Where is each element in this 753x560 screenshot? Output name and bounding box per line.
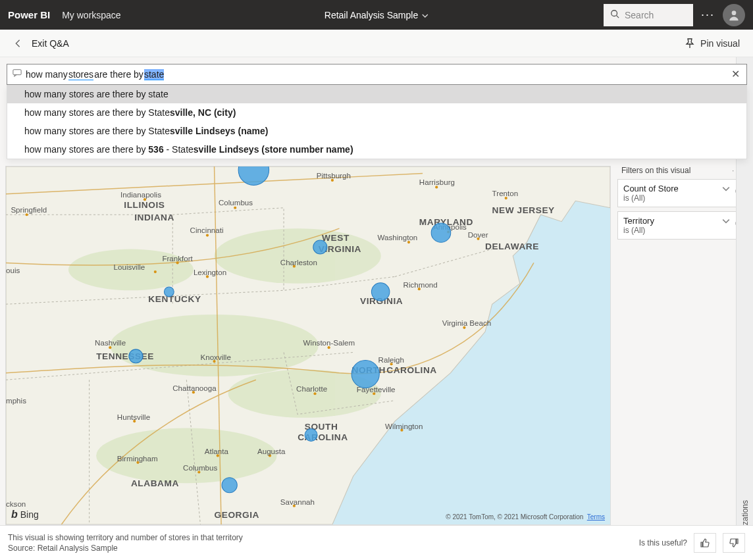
state-label: DELAWARE [485,242,539,251]
svg-text:Frankfort: Frankfort [162,255,193,263]
footer-description: This visual is showing territory and num… [8,533,243,542]
map-bubble[interactable] [431,223,451,242]
svg-text:Wilmington: Wilmington [385,422,423,430]
svg-text:Winston-Salem: Winston-Salem [303,339,355,347]
svg-point-6 [215,228,381,284]
map-canvas: ILLINOIS INDIANA KENTUCKY TENNESSEE ALAB… [6,166,610,524]
footer-source: Source: Retail Analysis Sample [8,544,243,553]
user-avatar[interactable] [723,4,745,26]
content-area: how many stores are there by state ✕ how… [0,57,753,525]
state-label: GEORGIA [215,510,259,520]
svg-text:Washington: Washington [378,234,418,242]
svg-point-2 [732,11,737,15]
report-title-dropdown[interactable]: Retail Analysis Sample [325,10,428,20]
map-bubble[interactable] [371,283,389,301]
map-bubble[interactable] [305,429,317,442]
svg-text:Huntsville: Huntsville [117,413,150,421]
svg-rect-3 [13,70,21,75]
brand-label: Power BI [8,9,50,20]
svg-text:Nashville: Nashville [95,339,126,347]
svg-text:Atlanta: Atlanta [205,447,229,455]
qna-text: how many stores are there by state [26,69,726,80]
map-visual[interactable]: ILLINOIS INDIANA KENTUCKY TENNESSEE ALAB… [5,166,611,525]
clear-input-button[interactable]: ✕ [730,68,741,81]
qna-suggestion[interactable]: how many stores are there by Statesville… [7,103,746,122]
qna-container: how many stores are there by state ✕ how… [7,64,747,159]
state-label: WEST [322,233,350,243]
map-attribution: © 2021 TomTom, © 2021 Microsoft Corporat… [446,513,605,521]
qna-suggestion[interactable]: how many stores are there by state [7,85,746,103]
workspace-label[interactable]: My workspace [62,10,120,20]
filters-header: Filters on this visual··· [617,166,746,179]
svg-text:ckson: ckson [6,500,26,508]
state-label: ILLINOIS [124,200,165,210]
svg-text:Cincinnati: Cincinnati [190,227,224,235]
svg-text:Charlotte: Charlotte [296,385,327,393]
svg-text:Virginia Beach: Virginia Beach [442,319,492,327]
svg-text:Richmond: Richmond [403,281,438,289]
svg-text:Springfield: Springfield [11,206,47,214]
qna-toolbar: Exit Q&A Pin visual [0,30,753,57]
svg-text:Raleigh: Raleigh [378,356,404,364]
svg-text:Trenton: Trenton [492,190,519,197]
pin-visual-button[interactable]: Pin visual [685,38,740,49]
svg-text:Lexington: Lexington [194,268,226,276]
chevron-down-icon[interactable] [722,216,730,228]
exit-qna-label: Exit Q&A [32,38,69,49]
qna-suggestion[interactable]: how many stores are there by 536 - State… [7,140,746,159]
state-label: KENTUCKY [148,294,201,304]
header-right-cluster: ··· [604,4,745,26]
map-bubble[interactable] [313,240,327,254]
exit-qna-button[interactable]: Exit Q&A [13,38,69,49]
state-label: NEW JERSEY [492,205,555,215]
feedback-prompt: Is this useful? [639,538,687,547]
chevron-down-icon [422,11,428,19]
state-label: TENNESSEE [96,351,154,361]
svg-text:Columbus: Columbus [219,199,253,207]
svg-text:Charleston: Charleston [280,259,317,267]
thumbs-up-button[interactable] [694,533,716,553]
svg-text:Augusta: Augusta [257,447,286,455]
svg-text:mphis: mphis [6,397,26,405]
qna-suggestions: how many stores are there by state how m… [7,85,747,159]
state-label: CAROLINA [386,365,437,375]
svg-text:Louisville: Louisville [114,263,145,271]
global-search[interactable] [604,4,693,26]
svg-text:Pittsburgh: Pittsburgh [317,172,351,180]
bing-logo: bBing [11,509,39,521]
svg-text:ouis: ouis [6,267,20,274]
chevron-down-icon[interactable] [722,184,730,195]
qna-selected-term: state [144,69,164,80]
terms-link[interactable]: Terms [587,513,605,521]
search-input[interactable] [625,10,684,20]
svg-text:Harrisburg: Harrisburg [419,178,455,186]
search-icon [610,9,619,21]
chat-icon [13,68,22,80]
svg-text:Chattanooga: Chattanooga [172,384,217,392]
map-bubble[interactable] [222,478,237,493]
state-label: ALABAMA [131,479,179,489]
svg-text:Savannah: Savannah [280,498,315,506]
map-bubble[interactable] [164,287,174,297]
svg-point-0 [611,10,617,16]
filter-card[interactable]: Count of Store is (All) [617,179,746,207]
svg-text:Columbus: Columbus [183,464,217,472]
qna-footer: This visual is showing territory and num… [0,525,753,560]
pin-visual-label: Pin visual [700,38,740,49]
filter-card[interactable]: Territory is (All) [617,211,746,240]
map-bubble[interactable] [129,349,143,363]
more-menu-button[interactable]: ··· [701,8,715,22]
svg-text:Birmingham: Birmingham [117,455,158,463]
state-label: INDIANA [134,213,174,222]
svg-point-14 [234,207,236,209]
svg-line-1 [617,15,619,18]
qna-suggestion[interactable]: how many stores are there by Statesville… [7,122,746,140]
svg-text:Indianapolis: Indianapolis [120,191,161,199]
svg-text:Knoxville: Knoxville [200,353,230,361]
qna-input[interactable]: how many stores are there by state ✕ [7,64,747,85]
map-bubble[interactable] [351,361,379,388]
svg-point-32 [154,270,157,273]
thumbs-down-button[interactable] [723,533,745,553]
svg-text:Dover: Dover [468,231,488,239]
report-title: Retail Analysis Sample [325,10,418,20]
